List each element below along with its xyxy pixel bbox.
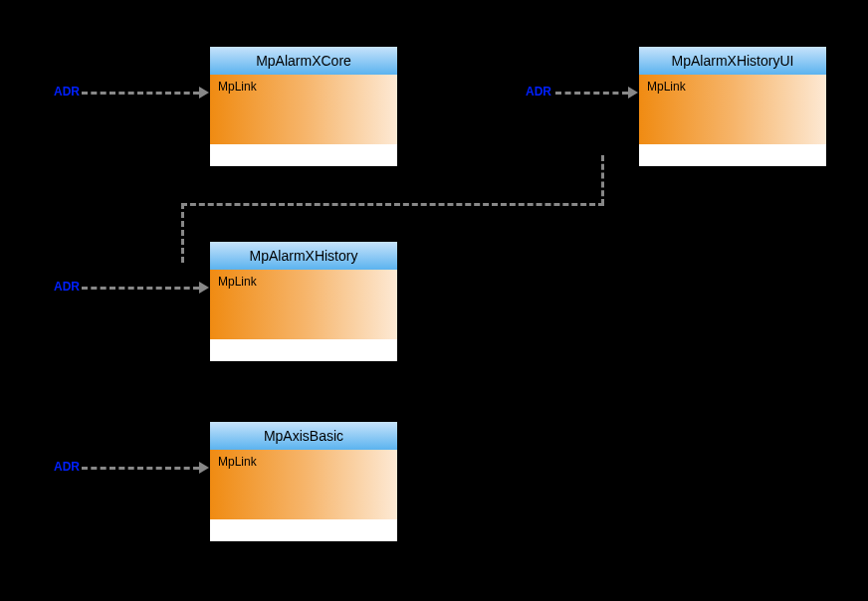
block-body: MpLink [210,450,397,519]
adr-label-axis: ADR [54,460,80,474]
block-body: MpLink [210,270,397,339]
block-footer [639,144,826,166]
block-footer [210,339,397,361]
adr-label-core: ADR [54,85,80,99]
arrow-core [199,87,209,99]
connector-histui-history-v2 [181,203,184,263]
connector-histui-history-h [181,203,604,206]
block-title: MpAlarmXHistoryUI [639,47,826,75]
connector-adr-axis [82,467,199,470]
adr-label-histui: ADR [526,85,551,99]
block-mpalarmxhistory: MpAlarmXHistory MpLink [209,241,398,350]
connector-adr-histui [555,92,628,95]
arrow-axis [199,462,209,474]
adr-label-history: ADR [54,280,80,294]
connector-histui-history-v1 [601,155,604,205]
block-body: MpLink [639,75,826,144]
block-footer [210,519,397,541]
block-footer [210,144,397,166]
arrow-history [199,282,209,294]
block-mpalarmxcore: MpAlarmXCore MpLink [209,46,398,155]
arrow-histui [628,87,638,99]
block-title: MpAlarmXCore [210,47,397,75]
connector-adr-history [82,287,199,290]
block-mpalarmxhistoryui: MpAlarmXHistoryUI MpLink [638,46,827,155]
block-title: MpAlarmXHistory [210,242,397,270]
block-mpaxisbasic: MpAxisBasic MpLink [209,421,398,530]
block-body: MpLink [210,75,397,144]
connector-adr-core [82,92,199,95]
block-title: MpAxisBasic [210,422,397,450]
